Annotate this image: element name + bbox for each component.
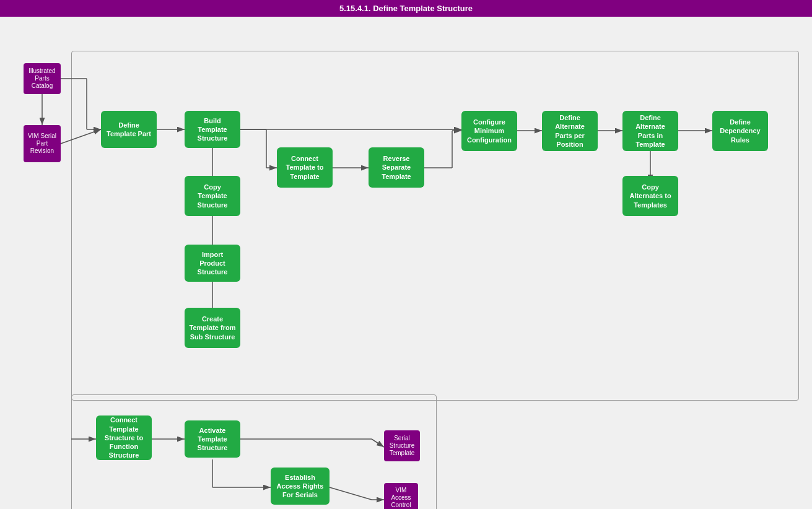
copy-alternates-to-templates-box[interactable]: Copy Alternates to Templates — [622, 176, 678, 216]
define-alternate-parts-position-box[interactable]: Define Alternate Parts per Position — [542, 111, 598, 151]
top-section-border — [71, 51, 799, 401]
copy-template-structure-box[interactable]: Copy Template Structure — [185, 176, 240, 216]
import-product-structure-box[interactable]: Import Product Structure — [185, 245, 240, 282]
create-template-sub-box[interactable]: Create Template from Sub Structure — [185, 308, 240, 348]
vim-serial-part-revision: VIM Serial Part Revision — [24, 125, 61, 162]
illustrated-parts-catalog: Illustrated Parts Catalog — [24, 63, 61, 94]
connect-template-to-template-box[interactable]: Connect Template to Template — [277, 147, 333, 188]
title-bar: 5.15.4.1. Define Template Structure — [0, 0, 812, 17]
establish-access-rights-box[interactable]: Establish Access Rights For Serials — [271, 468, 330, 505]
diagram-area: Illustrated Parts Catalog VIM Serial Par… — [0, 17, 812, 506]
activate-template-structure-box[interactable]: Activate Template Structure — [185, 420, 240, 458]
vim-access-control-box: VIM Access Control — [384, 483, 418, 509]
define-dependency-rules-box[interactable]: Define Dependency Rules — [712, 111, 768, 151]
build-template-structure-box[interactable]: Build Template Structure — [185, 111, 240, 148]
define-template-part-box[interactable]: Define Template Part — [101, 111, 157, 148]
define-alternate-parts-template-box[interactable]: Define Alternate Parts in Template — [622, 111, 678, 151]
serial-structure-template-box: Serial Structure Template — [384, 430, 420, 461]
configure-minimum-config-box[interactable]: Configure Minimum Configuration — [461, 111, 517, 151]
connect-template-structure-function-box[interactable]: Connect Template Structure to Function S… — [96, 415, 152, 460]
reverse-separate-template-box[interactable]: Reverse Separate Template — [369, 147, 424, 188]
